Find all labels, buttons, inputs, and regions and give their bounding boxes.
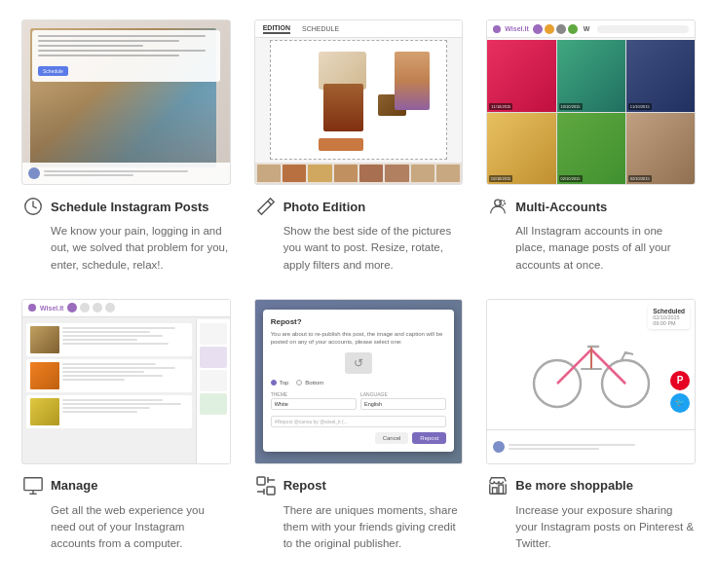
cell-schedule: Schedule Schedule Instagram Posts We kno…: [10, 10, 243, 289]
screenshot-repost: Repost? You are about to re-publish this…: [254, 299, 464, 464]
caption-preview: #Repost @canva by @wisel_it (...: [271, 416, 447, 427]
feature-title-photo: Photo Edition: [283, 200, 365, 214]
cancel-button[interactable]: Cancel: [375, 432, 409, 444]
clock-icon: [21, 195, 45, 218]
feature-desc-photo: Show the best side of the pictures you w…: [254, 223, 464, 274]
svg-rect-14: [499, 485, 504, 494]
feature-title-row-repost: Repost: [254, 474, 326, 497]
cell-shoppable: Scheduled 02/10/2015 09:00 PM P 🐦: [474, 289, 707, 569]
scheduled-badge: Scheduled 02/10/2015 09:00 PM: [648, 305, 690, 329]
twitter-icon: 🐦: [670, 393, 690, 413]
screenshot-multi-accounts: Wisel.It W 11/10/2015 10/10/2015 11/10/2…: [486, 19, 696, 185]
repost-modal-body: You are about to re-publish this post, t…: [271, 330, 447, 347]
repost-modal-title: Repost?: [271, 317, 447, 326]
feature-desc-schedule: We know your pain, logging in and out, w…: [21, 223, 231, 274]
svg-rect-13: [493, 488, 498, 494]
monitor-icon: [21, 474, 45, 497]
cell-multi-accounts: Wisel.It W 11/10/2015 10/10/2015 11/10/2…: [474, 10, 707, 289]
svg-rect-8: [257, 477, 265, 485]
tab-edition[interactable]: EDITION: [263, 24, 290, 34]
feature-title-row-shoppable: Be more shoppable: [486, 474, 633, 497]
repost-button[interactable]: Repost: [412, 432, 446, 444]
feature-title-shoppable: Be more shoppable: [515, 478, 633, 493]
language-label: LANGUAGE: [360, 391, 446, 397]
feature-title-schedule: Schedule Instagram Posts: [51, 200, 209, 214]
svg-rect-5: [24, 478, 42, 491]
screenshot-shoppable: Scheduled 02/10/2015 09:00 PM P 🐦: [486, 299, 696, 464]
feature-desc-shoppable: Increase your exposure sharing your Inst…: [486, 502, 696, 553]
theme-select[interactable]: White: [271, 398, 357, 410]
feature-desc-repost: There are uniques moments, share them wi…: [254, 502, 464, 553]
screenshot-photo-edition: EDITION SCHEDULE: [254, 19, 464, 185]
features-grid: Schedule Schedule Instagram Posts We kno…: [0, 0, 717, 578]
person-icon: [486, 195, 509, 218]
svg-line-1: [267, 202, 271, 205]
ss4-brand: Wisel.It: [40, 305, 63, 312]
ss6-bottom-info: [509, 444, 689, 450]
cell-repost: Repost? You are about to re-publish this…: [243, 289, 475, 569]
feature-title-row-photo: Photo Edition: [254, 195, 365, 218]
language-select[interactable]: English: [360, 398, 446, 410]
social-icons: P 🐦: [670, 371, 690, 413]
feature-desc-multi: All Instagram accounts in one place, man…: [486, 223, 696, 274]
feature-title-manage: Manage: [51, 478, 97, 493]
feature-title-row-multi: Multi-Accounts: [486, 195, 607, 218]
store-icon: [486, 474, 509, 497]
ss6-avatar: [493, 441, 505, 453]
repost-icon: [254, 474, 278, 497]
screenshot-manage: Wisel.It: [21, 299, 231, 464]
feature-title-row-manage: Manage: [21, 474, 97, 497]
theme-label: THEME: [271, 391, 357, 397]
feature-title-repost: Repost: [283, 478, 326, 493]
repost-top-option[interactable]: Top: [280, 380, 289, 386]
svg-rect-9: [267, 487, 275, 495]
feature-title-row-schedule: Schedule Instagram Posts: [21, 195, 209, 218]
ss3-brand: Wisel.It: [505, 25, 528, 32]
pinterest-icon: P: [670, 371, 690, 390]
repost-preview-icon: ↺: [345, 352, 372, 374]
screenshot-schedule: Schedule: [21, 19, 231, 185]
cell-photo-edition: EDITION SCHEDULE: [243, 10, 475, 289]
pencil-icon: [254, 195, 278, 218]
tab-schedule[interactable]: SCHEDULE: [302, 25, 339, 32]
feature-desc-manage: Get all the web experience you need out …: [21, 502, 231, 553]
repost-bottom-option[interactable]: Bottom: [305, 380, 323, 386]
bike-illustration: [528, 315, 655, 413]
cell-manage: Wisel.It: [10, 289, 243, 569]
feature-title-multi: Multi-Accounts: [515, 200, 607, 214]
